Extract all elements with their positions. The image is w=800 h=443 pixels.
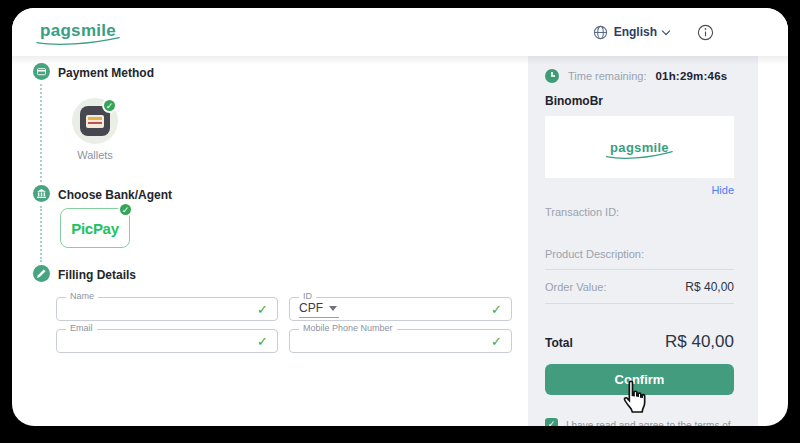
step1-title: Payment Method <box>58 66 154 80</box>
hide-link[interactable]: Hide <box>711 184 734 196</box>
pagsmile-receipt-logo: pagsmile <box>610 140 669 155</box>
order-value: R$ 40,00 <box>685 280 734 294</box>
total-label: Total <box>545 336 573 350</box>
globe-icon <box>593 25 608 40</box>
dropdown-caret-icon <box>329 306 337 311</box>
chevron-down-icon <box>662 26 670 34</box>
email-input[interactable] <box>65 331 219 351</box>
terms-row: I have read and agree to the terms of us… <box>545 418 738 426</box>
order-value-row: Order Value: R$ 40,00 <box>545 280 734 294</box>
total-value: R$ 40,00 <box>665 332 734 352</box>
id-type-value: CPF <box>299 301 323 315</box>
phone-input[interactable] <box>298 331 453 351</box>
time-remaining-value: 01h:29m:46s <box>655 70 727 82</box>
confirm-button[interactable]: Confirm <box>545 364 734 395</box>
order-value-label: Order Value: <box>545 281 607 293</box>
merchant-logo-box: pagsmile <box>545 116 734 178</box>
transaction-id-label: Transaction ID: <box>545 206 619 218</box>
card-icon <box>37 67 46 76</box>
step-connector <box>40 84 42 182</box>
valid-check-icon <box>257 334 268 349</box>
picpay-logo: PicPay <box>71 220 118 237</box>
logo-swoosh <box>605 150 674 160</box>
step2-indicator <box>33 185 50 202</box>
pagsmile-logo: pagsmile <box>40 21 116 41</box>
id-field-label: ID <box>299 291 316 301</box>
valid-check-icon <box>491 302 502 317</box>
language-label: English <box>614 25 657 39</box>
wallet-option-label: Wallets <box>50 149 140 161</box>
wallet-card-glyph <box>86 115 104 128</box>
language-selector[interactable]: English <box>593 25 669 40</box>
email-field: Email <box>56 329 278 353</box>
phone-field: Mobile Phone Number <box>289 329 512 353</box>
checkout-card: pagsmile English <box>12 8 788 426</box>
time-remaining-row: Time remaining: 01h:29m:46s <box>545 69 727 83</box>
id-field: ID CPF <box>289 297 512 321</box>
time-remaining-label: Time remaining: <box>568 70 646 82</box>
header-shadow <box>12 56 788 65</box>
total-row: Total R$ 40,00 <box>545 332 734 352</box>
divider <box>545 303 734 304</box>
header: pagsmile English <box>12 8 788 56</box>
wallet-selected-check-icon <box>102 98 117 113</box>
bank-icon <box>37 189 46 198</box>
divider <box>545 269 734 270</box>
id-type-dropdown[interactable]: CPF <box>299 301 339 318</box>
pencil-icon <box>37 269 46 278</box>
step3-title: Filling Details <box>58 268 136 282</box>
merchant-name: BinomoBr <box>545 94 603 108</box>
step-connector <box>40 206 42 262</box>
name-field: Name <box>56 297 278 321</box>
step3-indicator <box>33 265 50 282</box>
picpay-selected-check-icon <box>118 202 133 217</box>
valid-check-icon <box>257 302 268 317</box>
product-description-label: Product Description: <box>545 248 644 260</box>
valid-check-icon <box>491 334 502 349</box>
step1-indicator <box>33 63 50 80</box>
logo-swoosh <box>35 36 121 46</box>
clock-icon <box>545 69 559 83</box>
order-summary-panel: Time remaining: 01h:29m:46s BinomoBr pag… <box>528 56 758 426</box>
step2-title: Choose Bank/Agent <box>58 188 172 202</box>
terms-text: I have read and agree to the terms of us… <box>566 418 738 426</box>
name-input[interactable] <box>65 299 219 319</box>
terms-checkbox[interactable] <box>545 418 558 426</box>
info-button[interactable] <box>697 24 714 41</box>
info-icon <box>697 24 714 41</box>
